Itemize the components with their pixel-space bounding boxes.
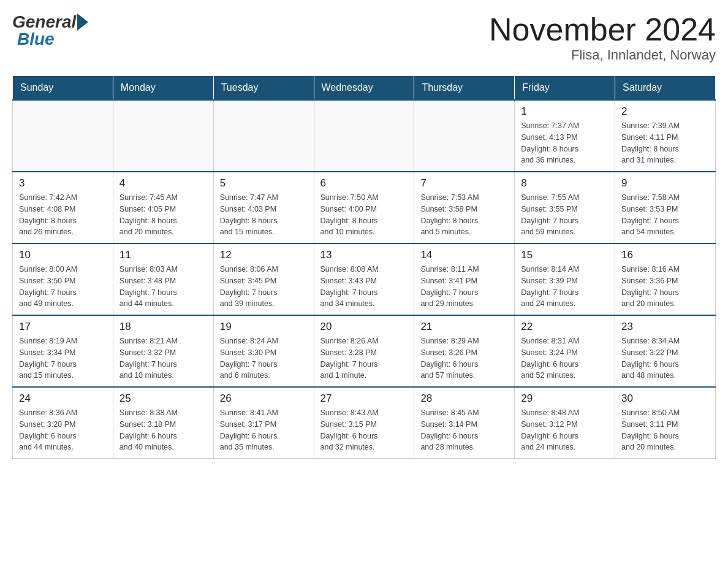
day-number: 15 <box>521 249 609 261</box>
header-thursday: Thursday <box>414 76 515 101</box>
calendar-cell <box>414 100 515 172</box>
calendar-cell: 13Sunrise: 8:08 AM Sunset: 3:43 PM Dayli… <box>314 243 414 315</box>
day-number: 22 <box>521 321 609 333</box>
day-info: Sunrise: 8:26 AM Sunset: 3:28 PM Dayligh… <box>320 335 408 381</box>
day-number: 4 <box>119 177 207 190</box>
day-info: Sunrise: 8:08 AM Sunset: 3:43 PM Dayligh… <box>320 264 408 310</box>
week-row-1: 1Sunrise: 7:37 AM Sunset: 4:13 PM Daylig… <box>13 100 716 172</box>
week-row-2: 3Sunrise: 7:42 AM Sunset: 4:08 PM Daylig… <box>13 172 716 243</box>
calendar-cell <box>113 100 213 172</box>
week-row-5: 24Sunrise: 8:36 AM Sunset: 3:20 PM Dayli… <box>13 387 716 459</box>
calendar-table: SundayMondayTuesdayWednesdayThursdayFrid… <box>12 75 716 459</box>
day-info: Sunrise: 8:24 AM Sunset: 3:30 PM Dayligh… <box>220 335 308 381</box>
day-number: 9 <box>621 177 709 190</box>
day-info: Sunrise: 8:06 AM Sunset: 3:45 PM Dayligh… <box>220 264 308 310</box>
day-info: Sunrise: 7:39 AM Sunset: 4:11 PM Dayligh… <box>621 120 709 166</box>
header-tuesday: Tuesday <box>213 76 314 101</box>
day-number: 2 <box>621 105 709 118</box>
header-saturday: Saturday <box>615 76 716 101</box>
month-title: November 2024 <box>489 12 716 47</box>
day-info: Sunrise: 8:48 AM Sunset: 3:12 PM Dayligh… <box>521 407 609 453</box>
calendar-cell: 10Sunrise: 8:00 AM Sunset: 3:50 PM Dayli… <box>13 243 113 315</box>
day-number: 11 <box>119 249 207 261</box>
day-number: 3 <box>19 177 107 190</box>
day-info: Sunrise: 8:19 AM Sunset: 3:34 PM Dayligh… <box>19 335 107 381</box>
day-info: Sunrise: 7:37 AM Sunset: 4:13 PM Dayligh… <box>521 120 609 166</box>
day-number: 6 <box>320 177 408 190</box>
day-number: 25 <box>119 393 207 405</box>
calendar-cell: 14Sunrise: 8:11 AM Sunset: 3:41 PM Dayli… <box>414 243 515 315</box>
day-number: 8 <box>521 177 609 190</box>
day-info: Sunrise: 7:45 AM Sunset: 4:05 PM Dayligh… <box>119 192 207 238</box>
location-subtitle: Flisa, Innlandet, Norway <box>489 47 716 63</box>
day-number: 28 <box>420 393 508 405</box>
calendar-cell <box>213 100 314 172</box>
day-info: Sunrise: 7:55 AM Sunset: 3:55 PM Dayligh… <box>521 192 609 238</box>
calendar-cell: 27Sunrise: 8:43 AM Sunset: 3:15 PM Dayli… <box>314 387 414 459</box>
calendar-cell: 26Sunrise: 8:41 AM Sunset: 3:17 PM Dayli… <box>213 387 314 459</box>
week-row-3: 10Sunrise: 8:00 AM Sunset: 3:50 PM Dayli… <box>13 243 716 315</box>
day-info: Sunrise: 8:43 AM Sunset: 3:15 PM Dayligh… <box>320 407 408 453</box>
header-monday: Monday <box>113 76 213 101</box>
day-number: 24 <box>19 393 107 405</box>
day-number: 12 <box>220 249 308 261</box>
day-info: Sunrise: 7:50 AM Sunset: 4:00 PM Dayligh… <box>320 192 408 238</box>
day-info: Sunrise: 8:31 AM Sunset: 3:24 PM Dayligh… <box>521 335 609 381</box>
logo-blue-text: Blue <box>17 29 55 48</box>
calendar-cell: 6Sunrise: 7:50 AM Sunset: 4:00 PM Daylig… <box>314 172 414 243</box>
header-wednesday: Wednesday <box>314 76 414 101</box>
calendar-cell: 2Sunrise: 7:39 AM Sunset: 4:11 PM Daylig… <box>615 100 716 172</box>
day-number: 10 <box>19 249 107 261</box>
day-number: 5 <box>220 177 308 190</box>
day-info: Sunrise: 8:29 AM Sunset: 3:26 PM Dayligh… <box>420 335 508 381</box>
calendar-cell: 17Sunrise: 8:19 AM Sunset: 3:34 PM Dayli… <box>13 315 113 387</box>
day-info: Sunrise: 7:47 AM Sunset: 4:03 PM Dayligh… <box>220 192 308 238</box>
header-sunday: Sunday <box>13 76 113 101</box>
day-info: Sunrise: 8:00 AM Sunset: 3:50 PM Dayligh… <box>19 264 107 310</box>
day-number: 13 <box>320 249 408 261</box>
page-header: General Blue November 2024 Flisa, Innlan… <box>12 12 716 63</box>
calendar-cell <box>13 100 113 172</box>
calendar-cell: 23Sunrise: 8:34 AM Sunset: 3:22 PM Dayli… <box>615 315 716 387</box>
header-friday: Friday <box>515 76 615 101</box>
calendar-cell: 12Sunrise: 8:06 AM Sunset: 3:45 PM Dayli… <box>213 243 314 315</box>
week-row-4: 17Sunrise: 8:19 AM Sunset: 3:34 PM Dayli… <box>13 315 716 387</box>
calendar-cell: 19Sunrise: 8:24 AM Sunset: 3:30 PM Dayli… <box>213 315 314 387</box>
calendar-cell: 29Sunrise: 8:48 AM Sunset: 3:12 PM Dayli… <box>515 387 615 459</box>
calendar-cell: 5Sunrise: 7:47 AM Sunset: 4:03 PM Daylig… <box>213 172 314 243</box>
day-number: 29 <box>521 393 609 405</box>
calendar-cell: 3Sunrise: 7:42 AM Sunset: 4:08 PM Daylig… <box>13 172 113 243</box>
day-number: 18 <box>119 321 207 333</box>
day-number: 14 <box>420 249 508 261</box>
day-number: 21 <box>420 321 508 333</box>
day-info: Sunrise: 7:42 AM Sunset: 4:08 PM Dayligh… <box>19 192 107 238</box>
day-number: 20 <box>320 321 408 333</box>
calendar-cell: 20Sunrise: 8:26 AM Sunset: 3:28 PM Dayli… <box>314 315 414 387</box>
calendar-cell: 4Sunrise: 7:45 AM Sunset: 4:05 PM Daylig… <box>113 172 213 243</box>
day-number: 23 <box>621 321 709 333</box>
day-info: Sunrise: 8:21 AM Sunset: 3:32 PM Dayligh… <box>119 335 207 381</box>
day-info: Sunrise: 8:11 AM Sunset: 3:41 PM Dayligh… <box>420 264 508 310</box>
day-info: Sunrise: 8:36 AM Sunset: 3:20 PM Dayligh… <box>19 407 107 453</box>
day-number: 30 <box>621 393 709 405</box>
logo-arrow-icon <box>77 13 88 31</box>
day-info: Sunrise: 8:34 AM Sunset: 3:22 PM Dayligh… <box>621 335 709 381</box>
calendar-cell: 25Sunrise: 8:38 AM Sunset: 3:18 PM Dayli… <box>113 387 213 459</box>
logo: General Blue <box>12 12 88 49</box>
day-info: Sunrise: 7:53 AM Sunset: 3:58 PM Dayligh… <box>420 192 508 238</box>
calendar-cell: 21Sunrise: 8:29 AM Sunset: 3:26 PM Dayli… <box>414 315 515 387</box>
calendar-cell: 9Sunrise: 7:58 AM Sunset: 3:53 PM Daylig… <box>615 172 716 243</box>
day-info: Sunrise: 8:50 AM Sunset: 3:11 PM Dayligh… <box>621 407 709 453</box>
day-number: 1 <box>521 105 609 118</box>
calendar-cell: 18Sunrise: 8:21 AM Sunset: 3:32 PM Dayli… <box>113 315 213 387</box>
day-number: 17 <box>19 321 107 333</box>
calendar-cell <box>314 100 414 172</box>
day-info: Sunrise: 8:41 AM Sunset: 3:17 PM Dayligh… <box>220 407 308 453</box>
day-number: 19 <box>220 321 308 333</box>
title-section: November 2024 Flisa, Innlandet, Norway <box>489 12 716 63</box>
day-number: 27 <box>320 393 408 405</box>
calendar-cell: 30Sunrise: 8:50 AM Sunset: 3:11 PM Dayli… <box>615 387 716 459</box>
calendar-cell: 22Sunrise: 8:31 AM Sunset: 3:24 PM Dayli… <box>515 315 615 387</box>
calendar-cell: 16Sunrise: 8:16 AM Sunset: 3:36 PM Dayli… <box>615 243 716 315</box>
calendar-cell: 1Sunrise: 7:37 AM Sunset: 4:13 PM Daylig… <box>515 100 615 172</box>
